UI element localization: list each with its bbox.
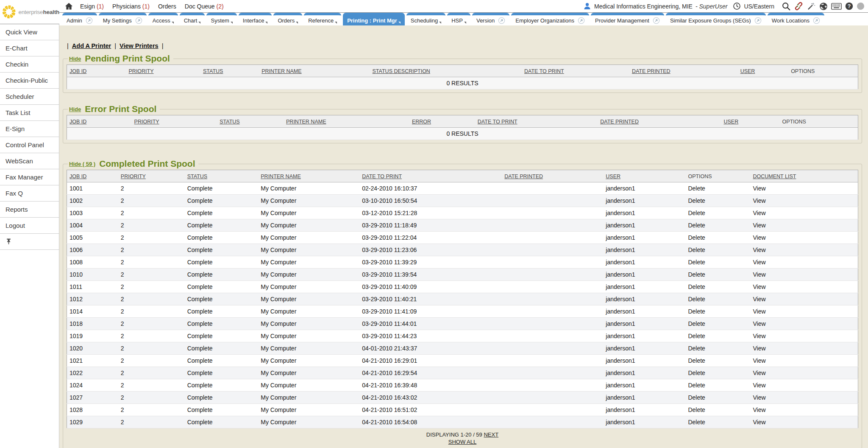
sidebar-pin-toggle[interactable] — [0, 234, 59, 250]
tab-provider-management[interactable]: Provider Management — [591, 13, 664, 25]
delete-link[interactable]: Delete — [685, 355, 750, 367]
column-header-date-printed[interactable]: DATE PRINTED — [600, 119, 639, 125]
tab-work-locations[interactable]: Work Locations — [768, 13, 824, 25]
column-header-date-to-print[interactable]: DATE TO PRINT — [524, 68, 564, 74]
view-document-link[interactable]: View — [751, 195, 858, 207]
view-document-link[interactable]: View — [751, 355, 858, 367]
column-header-error[interactable]: ERROR — [412, 119, 431, 125]
sidebar-item-scheduler[interactable]: Scheduler — [0, 89, 59, 105]
delete-link[interactable]: Delete — [685, 207, 750, 219]
tab-hsp[interactable]: HSP — [447, 13, 470, 25]
view-document-link[interactable]: View — [751, 269, 858, 281]
tab-reference[interactable]: Reference — [304, 13, 341, 25]
pending-hide-link[interactable]: Hide — [69, 56, 81, 62]
column-header-date-printed[interactable]: DATE PRINTED — [632, 68, 670, 74]
delete-link[interactable]: Delete — [685, 367, 750, 379]
nav-physicians[interactable]: Physicians (1) — [112, 3, 150, 10]
tab-version[interactable]: Version — [472, 13, 509, 25]
column-header-user[interactable]: USER — [740, 68, 755, 74]
wand-icon[interactable] — [807, 2, 816, 11]
tab-system[interactable]: System — [206, 13, 236, 25]
delete-link[interactable]: Delete — [685, 219, 750, 232]
delete-link[interactable]: Delete — [685, 416, 750, 428]
column-header-status[interactable]: STATUS — [203, 68, 223, 74]
column-header-job-id[interactable]: JOB ID — [70, 68, 86, 74]
tab-chart[interactable]: Chart — [180, 13, 205, 25]
globe-icon[interactable] — [819, 2, 828, 11]
delete-link[interactable]: Delete — [685, 330, 750, 342]
column-header-user[interactable]: USER — [723, 119, 738, 125]
sidebar-item-control-panel[interactable]: Control Panel — [0, 137, 59, 153]
column-header-status[interactable]: STATUS — [187, 174, 207, 179]
delete-link[interactable]: Delete — [685, 182, 750, 195]
next-page-link[interactable]: NEXT — [484, 431, 498, 438]
tab-similar-exposure-groups-segs[interactable]: Similar Exposure Groups (SEGs) — [666, 13, 766, 25]
nav-esign[interactable]: Esign (1) — [80, 3, 104, 10]
delete-link[interactable]: Delete — [685, 342, 750, 355]
view-document-link[interactable]: View — [751, 293, 858, 305]
tab-employer-organizations[interactable]: Employer Organizations — [511, 13, 589, 25]
view-document-link[interactable]: View — [751, 392, 858, 404]
column-header-job-id[interactable]: JOB ID — [70, 119, 86, 125]
sidebar-item-e-chart[interactable]: E-Chart — [0, 40, 59, 56]
delete-link[interactable]: Delete — [685, 404, 750, 416]
tab-interface[interactable]: Interface — [239, 13, 272, 25]
delete-link[interactable]: Delete — [685, 392, 750, 404]
sidebar-item-logout[interactable]: Logout — [0, 218, 59, 234]
view-document-link[interactable]: View — [751, 367, 858, 379]
delete-link[interactable]: Delete — [685, 305, 750, 318]
view-document-link[interactable]: View — [751, 232, 858, 244]
sidebar-item-checkin[interactable]: Checkin — [0, 56, 59, 73]
view-document-link[interactable]: View — [751, 318, 858, 330]
tab-scheduling[interactable]: Scheduling — [406, 13, 445, 25]
view-document-link[interactable]: View — [751, 416, 858, 428]
column-header-document-list[interactable]: DOCUMENT LIST — [753, 174, 796, 179]
sidebar-item-fax-q[interactable]: Fax Q — [0, 185, 59, 202]
column-header-priority[interactable]: PRIORITY — [121, 174, 146, 179]
column-header-date-to-print[interactable]: DATE TO PRINT — [478, 119, 517, 125]
view-document-link[interactable]: View — [751, 256, 858, 269]
error-hide-link[interactable]: Hide — [69, 106, 81, 112]
view-document-link[interactable]: View — [751, 207, 858, 219]
column-header-printer-name[interactable]: PRINTER NAME — [261, 174, 300, 179]
delete-link[interactable]: Delete — [685, 195, 750, 207]
delete-link[interactable]: Delete — [685, 318, 750, 330]
sidebar-item-checkin-public[interactable]: Checkin-Public — [0, 73, 59, 89]
column-header-status-description[interactable]: STATUS DESCRIPTION — [373, 68, 430, 74]
column-header-priority[interactable]: PRIORITY — [134, 119, 159, 125]
delete-link[interactable]: Delete — [685, 269, 750, 281]
view-printers-link[interactable]: View Printers — [120, 42, 159, 49]
sidebar-item-fax-manager[interactable]: Fax Manager — [0, 169, 59, 185]
delete-link[interactable]: Delete — [685, 293, 750, 305]
tab-my-settings[interactable]: My Settings — [99, 13, 147, 25]
view-document-link[interactable]: View — [751, 330, 858, 342]
delete-link[interactable]: Delete — [685, 281, 750, 293]
nav-orders[interactable]: Orders — [158, 3, 176, 10]
timezone-label[interactable]: US/Eastern — [744, 3, 774, 10]
view-document-link[interactable]: View — [751, 219, 858, 232]
column-header-date-printed[interactable]: DATE PRINTED — [504, 174, 543, 179]
column-header-printer-name[interactable]: PRINTER NAME — [286, 119, 326, 125]
keyboard-icon[interactable] — [831, 3, 842, 10]
view-document-link[interactable]: View — [751, 404, 858, 416]
completed-hide-link[interactable]: Hide ( 59 ) — [69, 161, 95, 167]
column-header-status[interactable]: STATUS — [220, 119, 239, 125]
tab-access[interactable]: Access — [148, 13, 178, 25]
view-document-link[interactable]: View — [751, 182, 858, 195]
column-header-job-id[interactable]: JOB ID — [70, 174, 86, 179]
column-header-printer-name[interactable]: PRINTER NAME — [262, 68, 301, 74]
delete-link[interactable]: Delete — [685, 379, 750, 392]
delete-link[interactable]: Delete — [685, 256, 750, 269]
sidebar-item-reports[interactable]: Reports — [0, 202, 59, 218]
column-header-user[interactable]: USER — [606, 174, 620, 179]
column-header-priority[interactable]: PRIORITY — [129, 68, 154, 74]
delete-link[interactable]: Delete — [685, 244, 750, 256]
tab-printing-print-mgr[interactable]: Printing : Print Mgr — [343, 13, 405, 25]
tab-admin[interactable]: Admin — [62, 13, 97, 25]
view-document-link[interactable]: View — [751, 342, 858, 355]
help-icon[interactable]: ? — [845, 2, 854, 11]
view-document-link[interactable]: View — [751, 244, 858, 256]
delete-link[interactable]: Delete — [685, 232, 750, 244]
sidebar-item-quick-view[interactable]: Quick View — [0, 24, 59, 40]
view-document-link[interactable]: View — [751, 379, 858, 392]
